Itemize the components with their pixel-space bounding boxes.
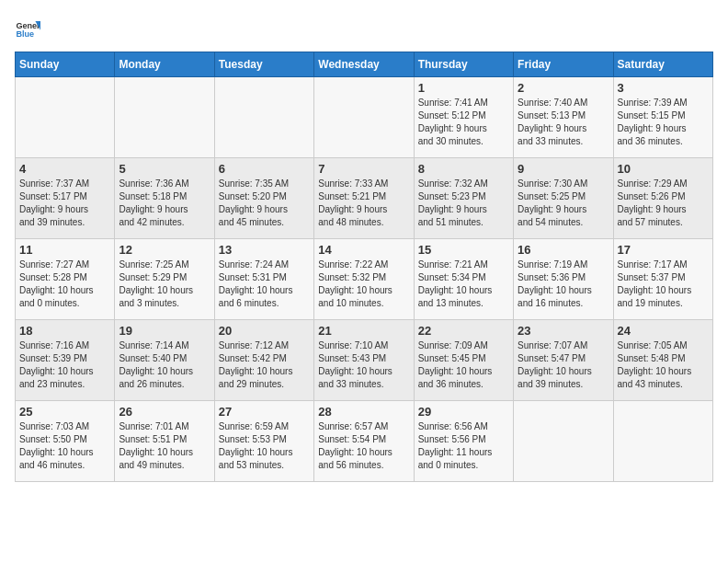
day-info: Sunrise: 7:01 AM Sunset: 5:51 PM Dayligh…	[119, 420, 210, 472]
day-info: Sunrise: 7:19 AM Sunset: 5:36 PM Dayligh…	[518, 259, 609, 310]
calendar-cell: 4Sunrise: 7:37 AM Sunset: 5:17 PM Daylig…	[16, 158, 115, 239]
day-info: Sunrise: 6:57 AM Sunset: 5:54 PM Dayligh…	[318, 420, 409, 472]
calendar-cell: 6Sunrise: 7:35 AM Sunset: 5:20 PM Daylig…	[214, 158, 313, 239]
calendar-cell: 25Sunrise: 7:03 AM Sunset: 5:50 PM Dayli…	[16, 401, 115, 482]
day-info: Sunrise: 7:32 AM Sunset: 5:23 PM Dayligh…	[418, 178, 509, 229]
day-info: Sunrise: 7:07 AM Sunset: 5:47 PM Dayligh…	[518, 339, 609, 391]
calendar-cell: 2Sunrise: 7:40 AM Sunset: 5:13 PM Daylig…	[514, 77, 613, 158]
day-info: Sunrise: 7:17 AM Sunset: 5:37 PM Dayligh…	[618, 259, 709, 310]
calendar-header-row: SundayMondayTuesdayWednesdayThursdayFrid…	[16, 52, 713, 77]
day-header-saturday: Saturday	[613, 52, 712, 77]
day-info: Sunrise: 7:29 AM Sunset: 5:26 PM Dayligh…	[618, 178, 709, 229]
day-header-monday: Monday	[115, 52, 214, 77]
calendar: SundayMondayTuesdayWednesdayThursdayFrid…	[15, 52, 713, 482]
calendar-cell	[314, 77, 414, 158]
day-number: 14	[318, 243, 409, 257]
day-number: 29	[418, 405, 509, 419]
calendar-cell: 1Sunrise: 7:41 AM Sunset: 5:12 PM Daylig…	[414, 77, 513, 158]
day-number: 10	[618, 162, 709, 176]
day-number: 12	[119, 243, 210, 257]
day-number: 18	[19, 324, 110, 338]
day-info: Sunrise: 7:33 AM Sunset: 5:21 PM Dayligh…	[318, 178, 409, 229]
day-number: 25	[19, 405, 110, 419]
day-info: Sunrise: 7:36 AM Sunset: 5:18 PM Dayligh…	[119, 178, 210, 229]
day-info: Sunrise: 7:09 AM Sunset: 5:45 PM Dayligh…	[418, 339, 509, 391]
day-info: Sunrise: 7:05 AM Sunset: 5:48 PM Dayligh…	[618, 339, 709, 391]
day-number: 20	[219, 324, 310, 338]
calendar-cell: 29Sunrise: 6:56 AM Sunset: 5:56 PM Dayli…	[414, 401, 513, 482]
day-header-wednesday: Wednesday	[314, 52, 414, 77]
day-number: 13	[219, 243, 310, 257]
week-row-5: 25Sunrise: 7:03 AM Sunset: 5:50 PM Dayli…	[16, 401, 713, 482]
day-info: Sunrise: 7:22 AM Sunset: 5:32 PM Dayligh…	[318, 259, 409, 310]
calendar-cell	[16, 77, 115, 158]
calendar-cell: 23Sunrise: 7:07 AM Sunset: 5:47 PM Dayli…	[514, 320, 613, 401]
day-info: Sunrise: 7:41 AM Sunset: 5:12 PM Dayligh…	[418, 97, 509, 148]
calendar-cell: 28Sunrise: 6:57 AM Sunset: 5:54 PM Dayli…	[314, 401, 414, 482]
day-number: 5	[119, 162, 210, 176]
day-number: 16	[518, 243, 609, 257]
logo-icon: General Blue	[15, 15, 40, 40]
day-number: 1	[418, 81, 509, 95]
day-number: 8	[418, 162, 509, 176]
day-info: Sunrise: 6:56 AM Sunset: 5:56 PM Dayligh…	[418, 420, 509, 472]
day-info: Sunrise: 7:25 AM Sunset: 5:29 PM Dayligh…	[119, 259, 210, 310]
calendar-cell	[115, 77, 214, 158]
calendar-cell: 24Sunrise: 7:05 AM Sunset: 5:48 PM Dayli…	[613, 320, 712, 401]
calendar-cell: 26Sunrise: 7:01 AM Sunset: 5:51 PM Dayli…	[115, 401, 214, 482]
calendar-cell	[613, 401, 712, 482]
week-row-4: 18Sunrise: 7:16 AM Sunset: 5:39 PM Dayli…	[16, 320, 713, 401]
calendar-cell	[214, 77, 313, 158]
day-number: 11	[19, 243, 110, 257]
week-row-1: 1Sunrise: 7:41 AM Sunset: 5:12 PM Daylig…	[16, 77, 713, 158]
calendar-cell: 7Sunrise: 7:33 AM Sunset: 5:21 PM Daylig…	[314, 158, 414, 239]
day-header-thursday: Thursday	[414, 52, 513, 77]
calendar-cell: 9Sunrise: 7:30 AM Sunset: 5:25 PM Daylig…	[514, 158, 613, 239]
day-number: 22	[418, 324, 509, 338]
day-number: 24	[618, 324, 709, 338]
week-row-2: 4Sunrise: 7:37 AM Sunset: 5:17 PM Daylig…	[16, 158, 713, 239]
day-info: Sunrise: 7:03 AM Sunset: 5:50 PM Dayligh…	[19, 420, 110, 472]
calendar-cell: 18Sunrise: 7:16 AM Sunset: 5:39 PM Dayli…	[16, 320, 115, 401]
day-info: Sunrise: 7:12 AM Sunset: 5:42 PM Dayligh…	[219, 339, 310, 391]
calendar-cell: 19Sunrise: 7:14 AM Sunset: 5:40 PM Dayli…	[115, 320, 214, 401]
day-number: 9	[518, 162, 609, 176]
day-info: Sunrise: 7:39 AM Sunset: 5:15 PM Dayligh…	[618, 97, 709, 148]
day-number: 4	[19, 162, 110, 176]
week-row-3: 11Sunrise: 7:27 AM Sunset: 5:28 PM Dayli…	[16, 239, 713, 320]
day-info: Sunrise: 7:24 AM Sunset: 5:31 PM Dayligh…	[219, 259, 310, 310]
calendar-cell: 11Sunrise: 7:27 AM Sunset: 5:28 PM Dayli…	[16, 239, 115, 320]
day-header-sunday: Sunday	[16, 52, 115, 77]
day-info: Sunrise: 7:16 AM Sunset: 5:39 PM Dayligh…	[19, 339, 110, 391]
day-number: 19	[119, 324, 210, 338]
day-number: 3	[618, 81, 709, 95]
day-header-friday: Friday	[514, 52, 613, 77]
calendar-cell	[514, 401, 613, 482]
calendar-cell: 27Sunrise: 6:59 AM Sunset: 5:53 PM Dayli…	[214, 401, 313, 482]
header: General Blue	[15, 15, 713, 40]
calendar-cell: 21Sunrise: 7:10 AM Sunset: 5:43 PM Dayli…	[314, 320, 414, 401]
calendar-cell: 3Sunrise: 7:39 AM Sunset: 5:15 PM Daylig…	[613, 77, 712, 158]
day-info: Sunrise: 7:21 AM Sunset: 5:34 PM Dayligh…	[418, 259, 509, 310]
day-number: 21	[318, 324, 409, 338]
day-number: 26	[119, 405, 210, 419]
calendar-cell: 17Sunrise: 7:17 AM Sunset: 5:37 PM Dayli…	[613, 239, 712, 320]
calendar-cell: 22Sunrise: 7:09 AM Sunset: 5:45 PM Dayli…	[414, 320, 513, 401]
day-info: Sunrise: 7:10 AM Sunset: 5:43 PM Dayligh…	[318, 339, 409, 391]
calendar-cell: 10Sunrise: 7:29 AM Sunset: 5:26 PM Dayli…	[613, 158, 712, 239]
day-number: 17	[618, 243, 709, 257]
day-info: Sunrise: 7:30 AM Sunset: 5:25 PM Dayligh…	[518, 178, 609, 229]
day-info: Sunrise: 7:35 AM Sunset: 5:20 PM Dayligh…	[219, 178, 310, 229]
svg-text:Blue: Blue	[16, 29, 34, 39]
day-number: 23	[518, 324, 609, 338]
calendar-body: 1Sunrise: 7:41 AM Sunset: 5:12 PM Daylig…	[16, 77, 713, 482]
calendar-cell: 13Sunrise: 7:24 AM Sunset: 5:31 PM Dayli…	[214, 239, 313, 320]
day-info: Sunrise: 7:37 AM Sunset: 5:17 PM Dayligh…	[19, 178, 110, 229]
day-info: Sunrise: 6:59 AM Sunset: 5:53 PM Dayligh…	[219, 420, 310, 472]
day-number: 7	[318, 162, 409, 176]
day-info: Sunrise: 7:27 AM Sunset: 5:28 PM Dayligh…	[19, 259, 110, 310]
calendar-cell: 12Sunrise: 7:25 AM Sunset: 5:29 PM Dayli…	[115, 239, 214, 320]
calendar-cell: 5Sunrise: 7:36 AM Sunset: 5:18 PM Daylig…	[115, 158, 214, 239]
calendar-cell: 14Sunrise: 7:22 AM Sunset: 5:32 PM Dayli…	[314, 239, 414, 320]
calendar-cell: 8Sunrise: 7:32 AM Sunset: 5:23 PM Daylig…	[414, 158, 513, 239]
